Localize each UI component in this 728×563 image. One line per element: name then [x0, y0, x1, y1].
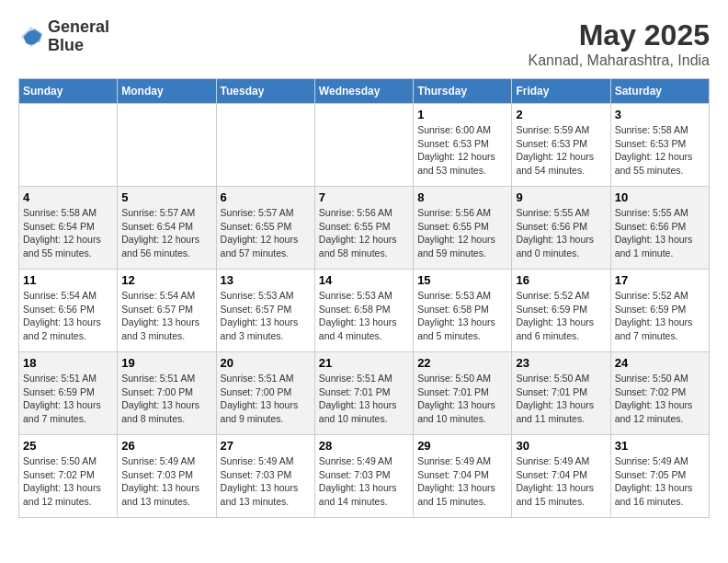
- day-cell: 19Sunrise: 5:51 AM Sunset: 7:00 PM Dayli…: [118, 352, 216, 435]
- day-info: Sunrise: 5:50 AM Sunset: 7:02 PM Dayligh…: [615, 372, 705, 426]
- day-cell: 3Sunrise: 5:58 AM Sunset: 6:53 PM Daylig…: [610, 104, 709, 187]
- day-number: 27: [221, 439, 311, 453]
- day-cell: 17Sunrise: 5:52 AM Sunset: 6:59 PM Dayli…: [610, 270, 709, 352]
- week-row-5: 25Sunrise: 5:50 AM Sunset: 7:02 PM Dayli…: [19, 435, 710, 518]
- day-number: 9: [516, 190, 606, 204]
- weekday-header-thursday: Thursday: [414, 79, 512, 104]
- weekday-header-saturday: Saturday: [610, 79, 709, 104]
- weekday-header-monday: Monday: [118, 79, 216, 104]
- day-cell: 9Sunrise: 5:55 AM Sunset: 6:56 PM Daylig…: [512, 187, 610, 270]
- day-info: Sunrise: 5:56 AM Sunset: 6:55 PM Dayligh…: [319, 206, 409, 260]
- day-cell: 22Sunrise: 5:50 AM Sunset: 7:01 PM Dayli…: [414, 352, 512, 435]
- day-cell: 1Sunrise: 6:00 AM Sunset: 6:53 PM Daylig…: [414, 104, 512, 187]
- day-cell: 6Sunrise: 5:57 AM Sunset: 6:55 PM Daylig…: [216, 187, 314, 270]
- day-cell: 24Sunrise: 5:50 AM Sunset: 7:02 PM Dayli…: [610, 352, 709, 435]
- day-number: 12: [121, 273, 211, 287]
- day-cell: 16Sunrise: 5:52 AM Sunset: 6:59 PM Dayli…: [512, 270, 610, 352]
- day-info: Sunrise: 5:50 AM Sunset: 7:02 PM Dayligh…: [23, 454, 113, 509]
- day-info: Sunrise: 5:51 AM Sunset: 7:00 PM Dayligh…: [221, 372, 311, 426]
- day-cell: 26Sunrise: 5:49 AM Sunset: 7:03 PM Dayli…: [118, 435, 216, 518]
- day-info: Sunrise: 5:54 AM Sunset: 6:57 PM Dayligh…: [121, 289, 211, 343]
- day-cell: 29Sunrise: 5:49 AM Sunset: 7:04 PM Dayli…: [414, 435, 512, 518]
- day-number: 11: [23, 273, 113, 287]
- day-number: 1: [417, 108, 507, 121]
- weekday-header-tuesday: Tuesday: [216, 79, 314, 104]
- weekday-header-sunday: Sunday: [19, 79, 118, 104]
- day-number: 8: [417, 190, 507, 204]
- day-number: 16: [516, 273, 606, 287]
- day-info: Sunrise: 5:53 AM Sunset: 6:57 PM Dayligh…: [221, 289, 311, 343]
- day-info: Sunrise: 5:51 AM Sunset: 6:59 PM Dayligh…: [23, 372, 113, 426]
- week-row-3: 11Sunrise: 5:54 AM Sunset: 6:56 PM Dayli…: [19, 270, 710, 352]
- day-number: 13: [221, 273, 311, 287]
- day-info: Sunrise: 5:53 AM Sunset: 6:58 PM Dayligh…: [319, 289, 409, 343]
- day-cell: 12Sunrise: 5:54 AM Sunset: 6:57 PM Dayli…: [118, 270, 216, 352]
- logo-icon: [18, 24, 44, 50]
- logo: General Blue: [18, 18, 109, 55]
- logo-line2: Blue: [48, 37, 109, 55]
- day-cell: 25Sunrise: 5:50 AM Sunset: 7:02 PM Dayli…: [19, 435, 118, 518]
- day-info: Sunrise: 5:55 AM Sunset: 6:56 PM Dayligh…: [615, 206, 705, 260]
- day-number: 10: [615, 190, 705, 204]
- logo-text: General Blue: [48, 18, 109, 55]
- day-info: Sunrise: 5:49 AM Sunset: 7:03 PM Dayligh…: [121, 454, 211, 509]
- day-info: Sunrise: 5:53 AM Sunset: 6:58 PM Dayligh…: [417, 289, 507, 343]
- day-cell: 11Sunrise: 5:54 AM Sunset: 6:56 PM Dayli…: [19, 270, 118, 352]
- day-number: 26: [121, 439, 211, 453]
- day-cell: 18Sunrise: 5:51 AM Sunset: 6:59 PM Dayli…: [19, 352, 118, 435]
- logo-line1: General: [48, 18, 109, 37]
- day-number: 4: [23, 190, 113, 204]
- day-number: 21: [319, 356, 409, 370]
- day-cell: 27Sunrise: 5:49 AM Sunset: 7:03 PM Dayli…: [216, 435, 314, 518]
- location-title: Kannad, Maharashtra, India: [529, 52, 710, 69]
- day-cell: 28Sunrise: 5:49 AM Sunset: 7:03 PM Dayli…: [314, 435, 413, 518]
- day-number: 7: [319, 190, 409, 204]
- day-info: Sunrise: 5:59 AM Sunset: 6:53 PM Dayligh…: [516, 123, 606, 178]
- day-number: 29: [417, 439, 507, 453]
- day-cell: 31Sunrise: 5:49 AM Sunset: 7:05 PM Dayli…: [610, 435, 709, 518]
- weekday-header-friday: Friday: [512, 79, 610, 104]
- day-info: Sunrise: 5:54 AM Sunset: 6:56 PM Dayligh…: [23, 289, 113, 343]
- weekday-header-wednesday: Wednesday: [314, 79, 413, 104]
- day-cell: 23Sunrise: 5:50 AM Sunset: 7:01 PM Dayli…: [512, 352, 610, 435]
- day-cell: [314, 104, 413, 187]
- day-cell: [118, 104, 216, 187]
- day-number: 25: [23, 439, 113, 453]
- day-number: 30: [516, 439, 606, 453]
- day-info: Sunrise: 5:49 AM Sunset: 7:04 PM Dayligh…: [417, 454, 507, 509]
- day-info: Sunrise: 5:51 AM Sunset: 7:00 PM Dayligh…: [121, 372, 211, 426]
- day-info: Sunrise: 5:57 AM Sunset: 6:54 PM Dayligh…: [121, 206, 211, 260]
- day-number: 19: [121, 356, 211, 370]
- calendar-table: SundayMondayTuesdayWednesdayThursdayFrid…: [18, 78, 710, 518]
- day-number: 5: [121, 190, 211, 204]
- day-info: Sunrise: 5:50 AM Sunset: 7:01 PM Dayligh…: [417, 372, 507, 426]
- week-row-1: 1Sunrise: 6:00 AM Sunset: 6:53 PM Daylig…: [19, 104, 710, 187]
- title-area: May 2025 Kannad, Maharashtra, India: [529, 18, 710, 69]
- day-cell: 14Sunrise: 5:53 AM Sunset: 6:58 PM Dayli…: [314, 270, 413, 352]
- day-cell: 30Sunrise: 5:49 AM Sunset: 7:04 PM Dayli…: [512, 435, 610, 518]
- day-number: 20: [221, 356, 311, 370]
- day-number: 14: [319, 273, 409, 287]
- day-number: 6: [221, 190, 311, 204]
- day-cell: 7Sunrise: 5:56 AM Sunset: 6:55 PM Daylig…: [314, 187, 413, 270]
- day-info: Sunrise: 5:56 AM Sunset: 6:55 PM Dayligh…: [417, 206, 507, 260]
- day-cell: 13Sunrise: 5:53 AM Sunset: 6:57 PM Dayli…: [216, 270, 314, 352]
- day-number: 22: [417, 356, 507, 370]
- day-cell: [19, 104, 118, 187]
- day-info: Sunrise: 5:49 AM Sunset: 7:05 PM Dayligh…: [615, 454, 705, 509]
- day-number: 3: [615, 108, 705, 121]
- month-title: May 2025: [529, 18, 710, 52]
- day-info: Sunrise: 6:00 AM Sunset: 6:53 PM Dayligh…: [417, 123, 507, 178]
- day-number: 28: [319, 439, 409, 453]
- day-cell: [216, 104, 314, 187]
- day-info: Sunrise: 5:58 AM Sunset: 6:53 PM Dayligh…: [615, 123, 705, 178]
- weekday-header-row: SundayMondayTuesdayWednesdayThursdayFrid…: [19, 79, 710, 104]
- day-number: 23: [516, 356, 606, 370]
- day-number: 2: [516, 108, 606, 121]
- day-cell: 2Sunrise: 5:59 AM Sunset: 6:53 PM Daylig…: [512, 104, 610, 187]
- week-row-4: 18Sunrise: 5:51 AM Sunset: 6:59 PM Dayli…: [19, 352, 710, 435]
- day-info: Sunrise: 5:49 AM Sunset: 7:03 PM Dayligh…: [319, 454, 409, 509]
- day-cell: 10Sunrise: 5:55 AM Sunset: 6:56 PM Dayli…: [610, 187, 709, 270]
- day-cell: 8Sunrise: 5:56 AM Sunset: 6:55 PM Daylig…: [414, 187, 512, 270]
- day-info: Sunrise: 5:55 AM Sunset: 6:56 PM Dayligh…: [516, 206, 606, 260]
